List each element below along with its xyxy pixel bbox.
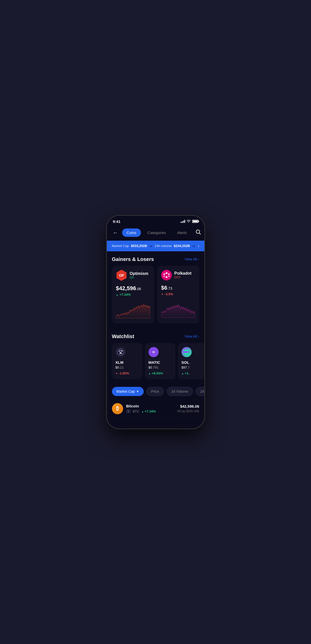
watchlist-title: Watchlist [112, 334, 134, 339]
optimism-price: $42,596.06 [116, 285, 150, 292]
polkadot-card[interactable]: Polkadot DOT $6.73 -3.9% [157, 266, 199, 323]
status-time: 9:41 [113, 219, 121, 224]
gainers-row: OP Optimism OP $42,596.06 +7.34% [107, 266, 204, 328]
optimism-logo: OP [116, 270, 127, 281]
gainers-title: Gainers & Losers [112, 256, 154, 262]
optimism-name: Optimism [130, 271, 149, 276]
signal-bars-icon [181, 220, 185, 223]
sol-up-arrow-icon [182, 371, 184, 375]
sol-logo [182, 347, 192, 357]
polkadot-name: Polkadot [174, 271, 192, 276]
xlm-symbol: XLM [116, 360, 139, 365]
filter-market-cap[interactable]: Market Cap ▼ [112, 387, 144, 396]
xlm-price: $0.11 [116, 366, 139, 369]
xlm-logo [116, 347, 126, 357]
phone-screen: 9:41 [107, 216, 204, 428]
gainers-view-all[interactable]: View All › [185, 257, 199, 261]
battery-icon [192, 220, 198, 223]
polkadot-chart [161, 300, 195, 318]
market-cap-label: Market Cap [112, 244, 129, 248]
filter-bar: Market Cap ▼ Price 24 Volume 24 Change [107, 384, 204, 400]
filter-price[interactable]: Price [146, 387, 164, 396]
svg-point-2 [166, 272, 167, 274]
sol-price: $97.7 [182, 366, 204, 369]
xlm-down-arrow-icon [116, 371, 118, 375]
matic-symbol: MATIC [149, 360, 172, 365]
search-button[interactable] [194, 228, 202, 237]
optimism-card[interactable]: OP Optimism OP $42,596.06 +7.34% [112, 266, 154, 323]
filter-24-change[interactable]: 24 Change [195, 387, 204, 396]
sol-change: +1. [182, 371, 204, 375]
watchlist-matic-card[interactable]: MATIC $0.791 +8.93% [145, 343, 175, 379]
bitcoin-symbol: BTC [133, 409, 139, 413]
polkadot-change: -3.9% [161, 292, 195, 296]
watchlist-section-header: Watchlist View All › [107, 328, 204, 343]
tab-coins[interactable]: Coins [122, 228, 141, 237]
svg-point-4 [163, 273, 165, 275]
optimism-symbol: OP [130, 276, 149, 279]
svg-line-1 [199, 233, 201, 234]
sol-symbol: SOL [182, 360, 204, 365]
matic-logo [149, 347, 159, 357]
bitcoin-name: Bitcoin [126, 404, 177, 408]
back-button[interactable]: ← [112, 229, 119, 237]
volume-label: 24h volume [155, 244, 172, 248]
volume-inf-icon: ∞ [192, 244, 195, 248]
svg-point-7 [168, 275, 170, 277]
tab-categories[interactable]: Categories [143, 228, 171, 237]
market-cap-filter-arrow-icon: ▼ [136, 390, 139, 393]
market-cap-value: $533,252B [131, 244, 147, 248]
xlm-change: -1.85% [116, 371, 139, 375]
polkadot-symbol: DOT [174, 276, 192, 279]
matic-up-arrow-icon [149, 371, 151, 375]
svg-point-8 [117, 349, 124, 355]
wifi-icon [187, 220, 191, 223]
market-cap-inf-icon: ∞ [150, 244, 152, 248]
bitcoin-logo: ₿ [112, 403, 123, 414]
nav-tabs: Coins Categories Alerts [122, 228, 191, 237]
banner-arrow-icon: › [198, 244, 199, 248]
nav-bar: ← Coins Categories Alerts [107, 226, 204, 241]
watchlist-row: XLM $0.11 -1.85% MATIC [107, 343, 204, 384]
bitcoin-change: +7.34% [141, 409, 156, 413]
svg-point-6 [163, 275, 165, 277]
tab-alerts[interactable]: Alerts [172, 228, 191, 237]
op-up-arrow-icon [116, 293, 119, 296]
matic-price: $0.791 [149, 366, 172, 369]
gainers-section-header: Gainers & Losers View All › [107, 251, 204, 266]
market-cap-banner[interactable]: Market Cap $533,252B ∞ 24h volume $234,2… [107, 241, 204, 251]
phone-frame: 9:41 [106, 215, 205, 429]
polkadot-price: $6.73 [161, 285, 195, 291]
polkadot-logo [161, 270, 172, 280]
status-icons [181, 220, 198, 223]
btc-up-arrow-icon [141, 409, 144, 413]
bitcoin-rank-badge: 1 [126, 409, 131, 413]
optimism-chart [116, 301, 150, 318]
watchlist-view-all[interactable]: View All › [185, 334, 199, 338]
watchlist-xlm-card[interactable]: XLM $0.11 -1.85% [112, 343, 142, 379]
volume-value: $234,252B [174, 244, 190, 248]
svg-point-5 [168, 273, 170, 275]
dot-down-arrow-icon [161, 292, 164, 296]
notch [140, 216, 171, 224]
svg-point-3 [166, 276, 167, 278]
bitcoin-mcap: MCap $835.44B [177, 409, 199, 413]
filter-24-volume[interactable]: 24 Volume [167, 387, 193, 396]
watchlist-sol-card[interactable]: SOL $97.7 +1. [178, 343, 204, 379]
bitcoin-price: $42,596.06 [177, 404, 199, 408]
bitcoin-list-item[interactable]: ₿ Bitcoin 1 BTC +7.34% $42,596.06 MCap $… [107, 400, 204, 418]
optimism-change: +7.34% [116, 293, 150, 296]
matic-change: +8.93% [149, 371, 172, 375]
svg-point-10 [153, 352, 154, 353]
